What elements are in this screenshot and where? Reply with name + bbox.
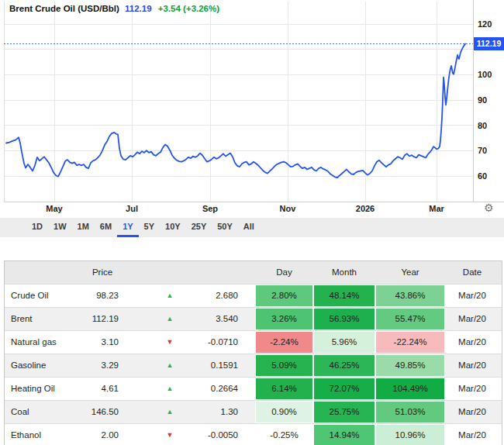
x-axis-tick: Mar	[429, 204, 444, 213]
up-arrow-icon: ▲	[119, 354, 204, 377]
chart-header: Brent Crude Oil (USD/Bbl) 112.19 +3.54 (…	[9, 4, 219, 13]
commodity-link[interactable]: Natural gas	[5, 331, 86, 354]
day-percent-cell: 3.26%	[255, 308, 313, 330]
up-arrow-icon: ▲	[119, 401, 204, 423]
commodity-link[interactable]: Gasoline	[5, 354, 86, 377]
down-arrow-icon: ▼	[119, 331, 204, 354]
spacer-cell	[240, 354, 255, 377]
commodities-table: PriceDayMonthYearDateCrude Oil98.23▲2.68…	[4, 260, 502, 445]
range-button-1d[interactable]: 1D	[26, 218, 48, 237]
day-percent-cell: 5.09%	[255, 354, 313, 377]
month-percent-cell: 72.07%	[313, 378, 375, 400]
year-percent-cell: 43.86%	[375, 285, 445, 307]
commodity-link[interactable]: Crude Oil	[5, 285, 86, 307]
range-button-25y[interactable]: 25Y	[186, 218, 212, 237]
year-percent-cell: 49.85%	[375, 354, 445, 377]
year-percent-cell: 51.03%	[375, 401, 445, 423]
y-axis-tick: 100	[478, 70, 492, 79]
down-arrow-icon: ▼	[119, 424, 204, 445]
change-value: 3.540	[204, 308, 240, 330]
price-value: 3.29	[86, 354, 119, 377]
date-cell: Mar/20	[445, 354, 499, 377]
day-percent-cell: 0.90%	[255, 401, 313, 423]
commodity-link[interactable]: Brent	[5, 308, 86, 330]
y-axis-tick: 90	[478, 95, 487, 105]
price-change-text: +3.54 (+3.26%)	[158, 4, 219, 13]
spacer-cell	[240, 401, 255, 423]
date-cell: Mar/20	[445, 424, 499, 445]
date-cell: Mar/20	[445, 285, 499, 307]
table-row[interactable]: Gasoline3.29▲0.15915.09%46.25%49.85%Mar/…	[5, 354, 502, 377]
y-axis-tick: 120	[478, 19, 492, 29]
range-button-1m[interactable]: 1M	[72, 218, 95, 237]
range-button-all[interactable]: All	[238, 218, 260, 237]
price-value: 98.23	[86, 285, 119, 307]
column-header-spacer	[204, 261, 240, 284]
range-button-1y[interactable]: 1Y	[117, 218, 138, 237]
table-row[interactable]: Coal146.50▲1.300.90%25.75%51.03%Mar/20	[5, 400, 502, 423]
last-price-text: 112.19	[125, 4, 152, 13]
range-button-5y[interactable]: 5Y	[139, 218, 160, 237]
date-cell: Mar/20	[445, 401, 499, 423]
column-header-price[interactable]: Price	[86, 261, 119, 284]
y-axis-tick: 60	[478, 171, 487, 181]
commodity-link[interactable]: Ethanol	[5, 424, 86, 445]
price-value: 146.50	[86, 401, 119, 423]
price-chart-widget: Brent Crude Oil (USD/Bbl) 112.19 +3.54 (…	[0, 0, 504, 237]
x-axis-tick: Nov	[280, 204, 296, 213]
day-percent-cell: -0.25%	[255, 424, 313, 445]
column-header-day[interactable]: Day	[255, 261, 313, 284]
table-row[interactable]: Ethanol2.00▼-0.0050-0.25%14.94%10.96%Mar…	[5, 423, 502, 445]
spacer-cell	[240, 424, 255, 445]
spacer-cell	[240, 285, 255, 307]
up-arrow-icon: ▲	[119, 378, 204, 400]
range-button-50y[interactable]: 50Y	[212, 218, 238, 237]
change-value: -0.0050	[204, 424, 240, 445]
line-chart[interactable]	[0, 0, 504, 217]
change-value: -0.0710	[204, 331, 240, 354]
price-value: 3.10	[86, 331, 119, 354]
column-header-spacer	[240, 261, 255, 284]
y-axis-tick: 80	[478, 121, 487, 130]
y-axis-tick: 70	[478, 146, 487, 155]
change-value: 0.1591	[204, 354, 240, 377]
change-value: 0.2664	[204, 378, 240, 400]
column-header-month[interactable]: Month	[313, 261, 375, 284]
month-percent-cell: 56.93%	[313, 308, 375, 330]
table-row[interactable]: Brent112.19▲3.5403.26%56.93%55.47%Mar/20	[5, 307, 502, 330]
column-header-date[interactable]: Date	[445, 261, 499, 284]
x-axis-tick: 2026	[356, 204, 375, 213]
spacer-cell	[240, 378, 255, 400]
change-value: 1.30	[204, 401, 240, 423]
x-axis-tick: Jul	[126, 204, 138, 213]
month-percent-cell: 25.75%	[313, 401, 375, 423]
month-percent-cell: 14.94%	[313, 424, 375, 445]
year-percent-cell: -22.24%	[375, 331, 445, 354]
column-header-spacer	[5, 261, 86, 284]
year-percent-cell: 10.96%	[375, 424, 445, 445]
table-row[interactable]: Natural gas3.10▼-0.0710-2.24%5.96%-22.24…	[5, 330, 502, 354]
price-value: 112.19	[86, 308, 119, 330]
day-percent-cell: -2.24%	[255, 331, 313, 354]
price-line-series	[6, 44, 465, 178]
range-selector-bar: 1D1W1M6M1Y5Y10Y25Y50YAll	[0, 218, 504, 237]
month-percent-cell: 5.96%	[313, 331, 375, 354]
gear-icon[interactable]: ⚙	[484, 202, 494, 214]
range-button-10y[interactable]: 10Y	[160, 218, 186, 237]
up-arrow-icon: ▲	[119, 308, 204, 330]
range-button-6m[interactable]: 6M	[95, 218, 117, 237]
date-cell: Mar/20	[445, 331, 499, 354]
table-row[interactable]: Crude Oil98.23▲2.6802.80%48.14%43.86%Mar…	[5, 284, 502, 307]
range-button-1w[interactable]: 1W	[48, 218, 72, 237]
month-percent-cell: 48.14%	[313, 285, 375, 307]
column-header-year[interactable]: Year	[375, 261, 445, 284]
commodity-link[interactable]: Heating Oil	[5, 378, 86, 400]
up-arrow-icon: ▲	[119, 285, 204, 307]
column-header-spacer	[119, 261, 204, 284]
commodity-link[interactable]: Coal	[5, 401, 86, 423]
day-percent-cell: 6.14%	[255, 378, 313, 400]
change-value: 2.680	[204, 285, 240, 307]
last-price-tag: 112.19	[474, 37, 504, 50]
year-percent-cell: 104.49%	[375, 378, 445, 400]
table-row[interactable]: Heating Oil4.61▲0.26646.14%72.07%104.49%…	[5, 377, 502, 400]
